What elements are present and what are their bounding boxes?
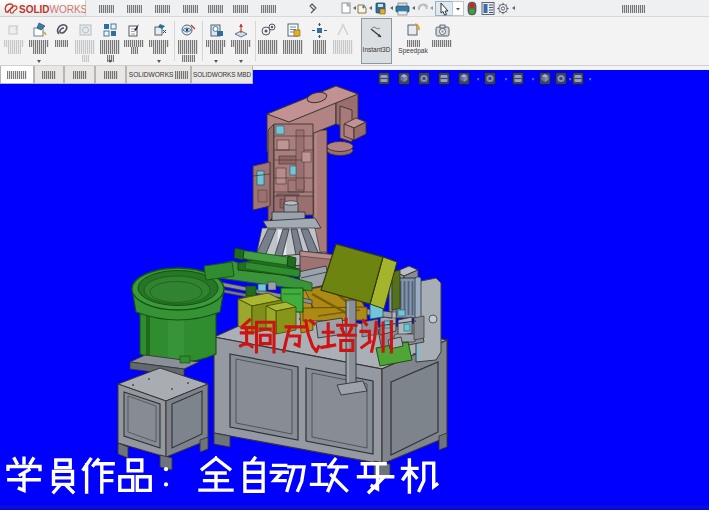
svg-text:WORKS: WORKS (50, 4, 87, 15)
svg-text:SOLID: SOLID (19, 4, 50, 15)
